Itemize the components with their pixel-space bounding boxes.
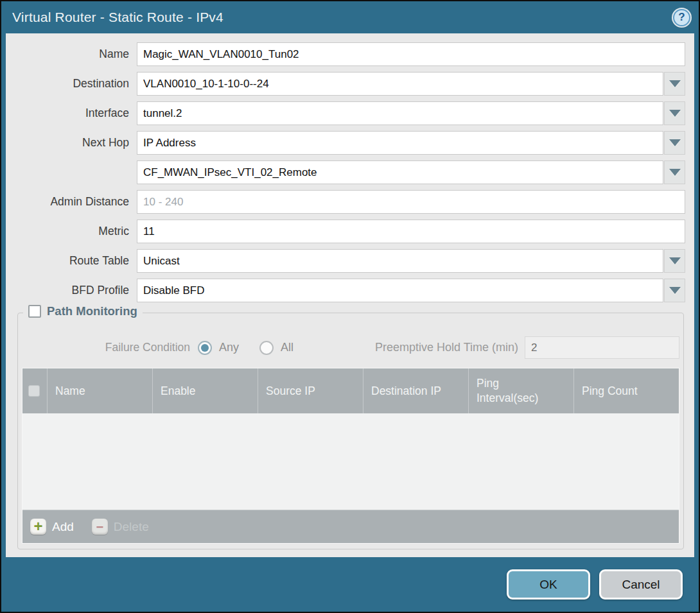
failure-condition-all-option[interactable]: All [259,341,293,355]
next-hop-address-row [16,160,685,184]
minus-icon [92,519,108,535]
admin-distance-input[interactable] [137,190,685,214]
delete-button-label: Delete [114,520,149,534]
metric-row: Metric [16,220,685,243]
bfd-profile-input[interactable] [137,279,663,302]
bfd-profile-label: BFD Profile [16,284,137,297]
radio-selected-icon [198,341,212,355]
destination-input[interactable] [137,72,663,96]
name-row: Name [16,42,685,66]
next-hop-type-dropdown-button[interactable] [664,131,685,155]
next-hop-address-input[interactable] [137,160,663,184]
chevron-down-icon [669,287,681,294]
table-header-row: Name Enable Source IP Destination IP Pin… [22,368,679,413]
column-header-name[interactable]: Name [47,368,152,413]
failure-condition-any-option[interactable]: Any [198,341,239,355]
metric-label: Metric [16,225,137,238]
path-monitoring-legend: Path Monitoring [23,304,143,318]
admin-distance-label: Admin Distance [16,195,137,209]
bfd-profile-dropdown-button[interactable] [664,279,685,302]
preemptive-hold-time-input[interactable] [525,336,679,359]
route-table-row: Route Table [16,249,685,273]
column-header-source-ip[interactable]: Source IP [258,368,363,413]
route-table-label: Route Table [16,254,137,268]
interface-label: Interface [16,107,137,120]
chevron-down-icon [669,169,681,176]
table-body-empty [22,413,679,510]
destination-label: Destination [16,77,137,91]
interface-row: Interface [16,101,685,125]
interface-dropdown-button[interactable] [664,101,685,125]
column-header-enable[interactable]: Enable [152,368,258,413]
next-hop-label: Next Hop [16,136,137,150]
destination-dropdown-button[interactable] [664,72,685,96]
column-header-ping-interval[interactable]: Ping Interval(sec) [468,368,573,413]
route-table-dropdown-button[interactable] [664,249,685,273]
metric-input[interactable] [137,220,685,243]
delete-button[interactable]: Delete [92,519,149,535]
next-hop-row: Next Hop [16,131,685,155]
add-button[interactable]: Add [30,519,74,535]
path-monitoring-section: Path Monitoring Failure Condition Any Al… [17,313,684,549]
dialog-body: Name Destination Interface Next Hop [6,33,694,557]
static-route-dialog: Virtual Router - Static Route - IPv4 ? N… [0,0,700,613]
plus-icon [30,519,46,535]
next-hop-type-input[interactable] [137,131,663,155]
name-label: Name [16,47,137,61]
route-table-input[interactable] [137,249,663,273]
path-monitoring-checkbox[interactable] [28,305,41,318]
destination-row: Destination [16,72,685,96]
all-option-label: All [281,341,293,354]
cancel-button[interactable]: Cancel [599,569,683,600]
header-checkbox-cell [22,368,47,413]
chevron-down-icon [669,110,681,117]
table-toolbar: Add Delete [22,510,679,543]
path-monitoring-title: Path Monitoring [47,304,137,318]
column-header-destination-ip[interactable]: Destination IP [363,368,468,413]
radio-unselected-icon [259,341,274,355]
column-header-ping-count[interactable]: Ping Count [573,368,679,413]
help-icon[interactable]: ? [673,9,690,26]
chevron-down-icon [669,80,681,87]
dialog-title: Virtual Router - Static Route - IPv4 [12,10,223,25]
title-bar: Virtual Router - Static Route - IPv4 ? [6,1,694,33]
chevron-down-icon [669,139,681,146]
ok-button[interactable]: OK [507,569,590,600]
bfd-profile-row: BFD Profile [16,279,685,302]
interface-input[interactable] [137,101,663,125]
next-hop-address-dropdown-button[interactable] [664,160,685,184]
select-all-checkbox[interactable] [28,385,40,397]
preemptive-hold-time-label: Preemptive Hold Time (min) [314,341,518,354]
name-input[interactable] [137,42,685,66]
dialog-footer: OK Cancel [6,557,694,612]
admin-distance-row: Admin Distance [16,190,685,214]
failure-condition-row: Failure Condition Any All Preemptive Hol… [22,336,679,359]
path-monitoring-table: Name Enable Source IP Destination IP Pin… [22,368,679,544]
failure-condition-label: Failure Condition [22,341,190,354]
chevron-down-icon [669,257,681,264]
any-option-label: Any [219,341,239,354]
add-button-label: Add [52,520,74,534]
